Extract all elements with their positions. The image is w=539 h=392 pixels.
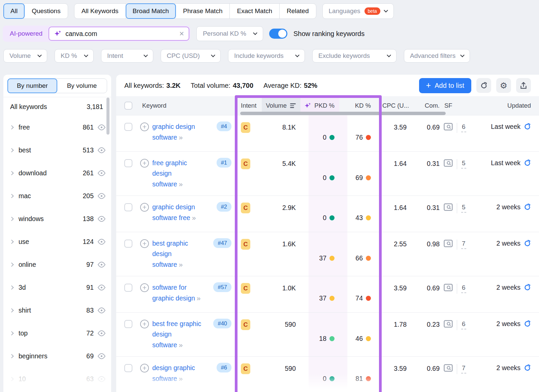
keyword-link[interactable]: design graphic software» — [152, 363, 203, 384]
add-keyword-icon[interactable]: + — [140, 159, 149, 168]
sidebar-group-item[interactable]: windows 138 — [3, 207, 111, 230]
horizontal-scrollbar[interactable] — [240, 112, 446, 115]
keyword-link[interactable]: graphic design software» — [152, 121, 203, 143]
sidebar-group-item[interactable]: beginners 69 — [3, 345, 111, 367]
row-checkbox[interactable] — [124, 123, 132, 131]
eye-icon[interactable] — [97, 330, 106, 336]
export-button[interactable] — [516, 78, 531, 93]
serp-preview-icon[interactable] — [444, 320, 453, 328]
serp-preview-icon[interactable] — [444, 203, 453, 211]
filter-intent[interactable]: Intent — [101, 49, 153, 63]
sidebar-group-item[interactable]: shirt 83 — [3, 299, 111, 322]
select-all-checkbox[interactable] — [124, 102, 132, 110]
serp-preview-icon[interactable] — [444, 240, 453, 247]
add-keyword-icon[interactable]: + — [140, 364, 149, 372]
row-checkbox[interactable] — [124, 240, 132, 248]
serp-preview-icon[interactable] — [444, 123, 453, 131]
refresh-button[interactable] — [476, 78, 491, 93]
keyword-link[interactable]: graphic design software free» — [152, 202, 203, 223]
eye-icon[interactable] — [97, 261, 106, 268]
sf-count[interactable]: 5 — [461, 159, 466, 169]
row-checkbox[interactable] — [124, 364, 132, 372]
row-checkbox[interactable] — [124, 159, 132, 167]
tab-related[interactable]: Related — [280, 4, 316, 19]
group-count: 72 — [86, 329, 94, 337]
serp-preview-icon[interactable] — [444, 284, 453, 291]
refresh-metrics-icon[interactable] — [524, 123, 531, 130]
column-updated[interactable]: Updated — [475, 96, 531, 115]
settings-button[interactable]: ⚙ — [496, 78, 511, 93]
add-keyword-icon[interactable]: + — [140, 239, 149, 248]
eye-icon[interactable] — [97, 170, 106, 176]
sidebar-group-item[interactable]: 10 63 — [3, 367, 111, 390]
serp-preview-icon[interactable] — [444, 364, 453, 372]
keyword-link[interactable]: best graphic design software» — [152, 238, 203, 270]
add-keyword-icon[interactable]: + — [140, 320, 149, 328]
add-to-list-button[interactable]: + Add to list — [419, 78, 471, 93]
filter-volume[interactable]: Volume — [3, 49, 47, 63]
eye-icon[interactable] — [97, 124, 106, 131]
sidebar-group-item[interactable]: download 261 — [3, 162, 111, 184]
eye-icon[interactable] — [97, 284, 106, 291]
refresh-metrics-icon[interactable] — [524, 284, 531, 291]
add-keyword-icon[interactable]: + — [140, 283, 149, 292]
sidebar-group-item[interactable]: mac 205 — [3, 184, 111, 207]
personal-kd-dropdown[interactable]: Personal KD % — [196, 26, 263, 41]
eye-icon[interactable] — [97, 239, 106, 245]
serp-preview-icon[interactable] — [444, 159, 453, 167]
sf-count[interactable]: 7 — [461, 240, 466, 249]
tab-by-volume[interactable]: By volume — [57, 79, 107, 93]
languages-dropdown[interactable]: Languages beta — [322, 3, 394, 19]
sf-count[interactable]: 6 — [461, 284, 466, 293]
refresh-metrics-icon[interactable] — [524, 240, 531, 247]
row-checkbox[interactable] — [124, 284, 132, 292]
tab-broad-match[interactable]: Broad Match — [126, 3, 177, 19]
column-keyword[interactable]: Keyword — [139, 96, 235, 115]
sidebar-group-item[interactable]: best 513 — [3, 139, 111, 162]
sf-count[interactable]: 5 — [461, 204, 466, 213]
eye-icon[interactable] — [97, 376, 106, 382]
refresh-metrics-icon[interactable] — [524, 320, 531, 327]
eye-icon[interactable] — [97, 193, 106, 199]
sf-count[interactable]: 7 — [461, 364, 466, 373]
expand-icon: » — [179, 260, 183, 268]
tab-all[interactable]: All — [3, 3, 25, 19]
tab-all-keywords[interactable]: All Keywords — [74, 4, 126, 19]
filter-cpc[interactable]: CPC (USD) — [161, 49, 221, 63]
keyword-link[interactable]: free graphic design software» — [152, 158, 203, 189]
sf-count[interactable]: 6 — [461, 123, 466, 132]
refresh-metrics-icon[interactable] — [524, 159, 531, 167]
eye-icon[interactable] — [97, 216, 106, 222]
keyword-link[interactable]: best free graphic design software» — [152, 319, 203, 350]
tab-questions[interactable]: Questions — [25, 4, 68, 19]
search-input[interactable]: canva.com × — [49, 27, 189, 41]
filter-include-keywords[interactable]: Include keywords — [228, 49, 305, 63]
eye-icon[interactable] — [97, 353, 106, 359]
row-checkbox[interactable] — [124, 320, 132, 328]
filter-kd[interactable]: KD % — [55, 49, 94, 63]
add-keyword-icon[interactable]: + — [140, 122, 149, 131]
column-sf[interactable]: SF — [441, 96, 475, 115]
sidebar-item-all-keywords[interactable]: All keywords 3,181 — [3, 97, 111, 116]
sf-count[interactable]: 6 — [461, 320, 466, 329]
clear-search-icon[interactable]: × — [179, 30, 184, 38]
tab-by-number[interactable]: By number — [7, 78, 57, 93]
tab-phrase-match[interactable]: Phrase Match — [176, 4, 230, 19]
filter-exclude-keywords[interactable]: Exclude keywords — [312, 49, 397, 63]
show-ranking-keywords-toggle[interactable] — [269, 29, 287, 39]
eye-icon[interactable] — [97, 147, 106, 153]
refresh-metrics-icon[interactable] — [524, 364, 531, 371]
sidebar-group-item[interactable]: free 861 — [3, 116, 111, 139]
add-keyword-icon[interactable]: + — [140, 203, 149, 212]
keyword-link[interactable]: software for graphic design» — [152, 282, 203, 304]
eye-icon[interactable] — [97, 307, 106, 314]
refresh-metrics-icon[interactable] — [524, 204, 531, 211]
sidebar-group-item[interactable]: use 124 — [3, 230, 111, 253]
tab-exact-match[interactable]: Exact Match — [230, 4, 280, 19]
row-checkbox[interactable] — [124, 203, 132, 211]
sidebar-group-item[interactable]: online 97 — [3, 253, 111, 276]
sidebar-group-item[interactable]: top 72 — [3, 322, 111, 345]
sidebar-group-item[interactable]: 3d 91 — [3, 276, 111, 299]
filter-advanced[interactable]: Advanced filters — [404, 49, 470, 63]
sidebar-scrollbar[interactable] — [106, 98, 109, 135]
